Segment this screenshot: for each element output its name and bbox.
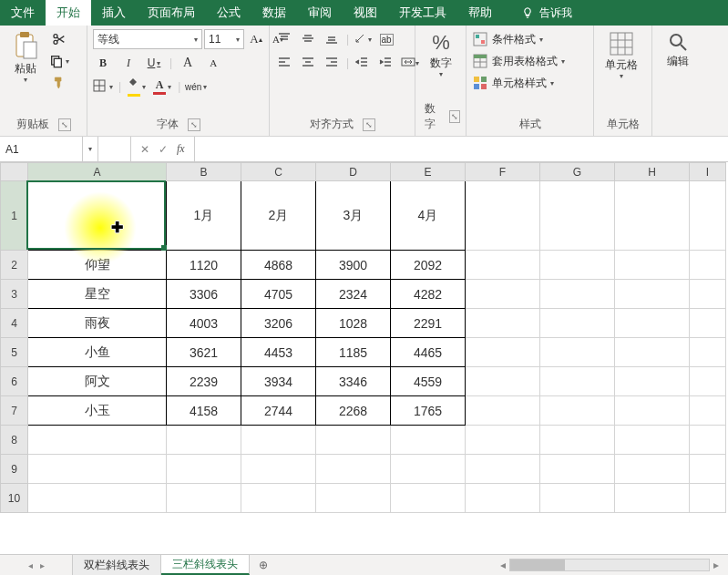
number-dialog-launcher[interactable]: ⤡ <box>449 110 460 123</box>
formula-input[interactable] <box>195 137 728 161</box>
paste-dropdown-icon[interactable]: ▾ <box>24 76 27 84</box>
increase-indent-button[interactable] <box>376 53 396 73</box>
cell-E7[interactable]: 1765 <box>391 396 466 426</box>
font-dialog-launcher[interactable]: ⤡ <box>188 118 200 131</box>
cell-E5[interactable]: 4465 <box>391 338 466 367</box>
row-header-8[interactable]: 8 <box>1 426 28 455</box>
cell-A2[interactable]: 仰望 <box>28 251 167 280</box>
tab-help[interactable]: 帮助 <box>457 0 503 26</box>
tab-formulas[interactable]: 公式 <box>206 0 251 26</box>
cell-B7[interactable]: 4158 <box>167 396 241 426</box>
decrease-indent-button[interactable] <box>353 53 373 73</box>
cell-E1[interactable]: 4月 <box>391 181 466 251</box>
cut-button[interactable] <box>49 29 69 49</box>
align-bottom-button[interactable] <box>323 29 343 49</box>
tab-page-layout[interactable]: 页面布局 <box>137 0 206 26</box>
conditional-formatting-button[interactable]: 条件格式▾ <box>472 29 543 49</box>
cell-C2[interactable]: 4868 <box>241 251 316 280</box>
cell-D1[interactable]: 3月 <box>316 181 391 251</box>
col-header-A[interactable]: A <box>28 163 167 181</box>
cell-F1[interactable] <box>466 181 540 251</box>
cell-D5[interactable]: 1185 <box>316 338 391 367</box>
cell-E2[interactable]: 2092 <box>391 251 466 280</box>
format-as-table-button[interactable]: 套用表格格式▾ <box>472 51 565 71</box>
font-size-combo[interactable]: 11▾ <box>204 29 244 49</box>
tab-data[interactable]: 数据 <box>251 0 297 26</box>
tab-insert[interactable]: 插入 <box>91 0 137 26</box>
row-header-10[interactable]: 10 <box>1 484 28 513</box>
cell-B2[interactable]: 1120 <box>167 251 241 280</box>
format-painter-button[interactable] <box>49 73 69 93</box>
increase-font-button[interactable]: A▴ <box>246 29 266 49</box>
sheet-nav[interactable]: ◂ ▸ <box>0 555 73 575</box>
tab-review[interactable]: 审阅 <box>297 0 343 26</box>
sheet-tab-1[interactable]: 双栏斜线表头 <box>73 555 161 575</box>
row-header-4[interactable]: 4 <box>1 309 28 338</box>
borders-button[interactable]: ▾ <box>93 77 113 97</box>
cell-I1[interactable] <box>690 181 726 251</box>
font-color-button[interactable]: A▾ <box>152 77 172 97</box>
cell-A9[interactable] <box>28 455 167 484</box>
align-top-button[interactable] <box>275 29 295 49</box>
cell-C5[interactable]: 4453 <box>241 338 316 367</box>
cell-A7[interactable]: 小玉 <box>28 396 167 426</box>
align-middle-button[interactable] <box>299 29 319 49</box>
cell-A8[interactable] <box>28 426 167 455</box>
copy-button[interactable]: ▾ <box>49 51 69 71</box>
col-header-D[interactable]: D <box>316 163 391 181</box>
tab-view[interactable]: 视图 <box>343 0 388 26</box>
tab-file[interactable]: 文件 <box>0 0 46 26</box>
col-header-F[interactable]: F <box>466 163 540 181</box>
align-left-button[interactable] <box>275 53 295 73</box>
worksheet-grid[interactable]: A B C D E F G H I 1 1月 2月 3月 4月 2 仰望1120… <box>0 162 728 554</box>
alignment-dialog-launcher[interactable]: ⤡ <box>363 118 375 131</box>
font-shrink-a[interactable]: A <box>203 53 223 73</box>
row-header-2[interactable]: 2 <box>1 251 28 280</box>
cell-A10[interactable] <box>28 484 167 513</box>
cell-D6[interactable]: 3346 <box>316 367 391 396</box>
cell-D3[interactable]: 2324 <box>316 280 391 309</box>
col-header-H[interactable]: H <box>615 163 690 181</box>
select-all-corner[interactable] <box>1 163 28 181</box>
tell-me[interactable]: 告诉我 <box>512 0 581 26</box>
cell-C4[interactable]: 3206 <box>241 309 316 338</box>
orientation-button[interactable]: ▾ <box>353 29 373 49</box>
cell-B1[interactable]: 1月 <box>167 181 241 251</box>
cell-B4[interactable]: 4003 <box>167 309 241 338</box>
cell-E4[interactable]: 2291 <box>391 309 466 338</box>
cell-D2[interactable]: 3900 <box>316 251 391 280</box>
clipboard-dialog-launcher[interactable]: ⤡ <box>58 118 71 131</box>
tab-developer[interactable]: 开发工具 <box>388 0 457 26</box>
row-header-7[interactable]: 7 <box>1 396 28 426</box>
cells-format-button[interactable]: 单元格 ▾ <box>600 29 643 82</box>
sheet-nav-next-icon[interactable]: ▸ <box>40 560 45 570</box>
cell-A3[interactable]: 星空 <box>28 280 167 309</box>
name-box[interactable]: A1 ▾ <box>0 137 98 161</box>
cell-A6[interactable]: 阿文 <box>28 367 167 396</box>
horizontal-scrollbar[interactable]: ◂ ▸ <box>277 555 728 575</box>
row-header-9[interactable]: 9 <box>1 455 28 484</box>
align-right-button[interactable] <box>323 53 343 73</box>
fill-color-button[interactable]: ▾ <box>127 77 147 97</box>
row-header-3[interactable]: 3 <box>1 280 28 309</box>
row-header-5[interactable]: 5 <box>1 338 28 367</box>
align-center-button[interactable] <box>299 53 319 73</box>
cell-styles-button[interactable]: 单元格样式▾ <box>472 73 554 93</box>
add-sheet-button[interactable]: ⊕ <box>250 555 277 575</box>
sheet-nav-prev-icon[interactable]: ◂ <box>28 560 33 570</box>
sheet-tab-2[interactable]: 三栏斜线表头 <box>161 555 250 575</box>
scroll-thumb[interactable] <box>510 560 565 570</box>
cell-D4[interactable]: 1028 <box>316 309 391 338</box>
cell-D7[interactable]: 2268 <box>316 396 391 426</box>
italic-button[interactable]: I <box>118 53 138 73</box>
cell-C6[interactable]: 3934 <box>241 367 316 396</box>
cell-E6[interactable]: 4559 <box>391 367 466 396</box>
scroll-track[interactable] <box>509 559 710 571</box>
col-header-I[interactable]: I <box>690 163 726 181</box>
tab-home[interactable]: 开始 <box>46 0 91 26</box>
cell-C3[interactable]: 4705 <box>241 280 316 309</box>
cell-B6[interactable]: 2239 <box>167 367 241 396</box>
insert-function-button[interactable]: fx <box>177 142 185 156</box>
col-header-E[interactable]: E <box>391 163 466 181</box>
cell-B5[interactable]: 3621 <box>167 338 241 367</box>
